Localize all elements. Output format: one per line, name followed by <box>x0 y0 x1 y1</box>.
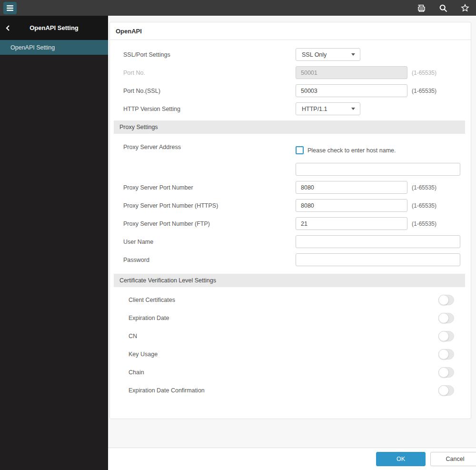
key-usage-toggle[interactable] <box>438 349 454 360</box>
toggle-knob <box>438 349 449 360</box>
port-no-ssl-range-hint: (1-65535) <box>412 88 436 94</box>
ok-button[interactable]: OK <box>376 452 426 466</box>
client-certificates-row: Client Certificates <box>110 291 471 309</box>
main-content: OpenAPI SSL/Port Settings SSL Only Port … <box>108 16 476 470</box>
expiration-date-label: Expiration Date <box>129 315 438 321</box>
chain-label: Chain <box>129 369 438 376</box>
user-name-label: User Name <box>123 239 296 245</box>
port-no-ssl-input[interactable] <box>296 84 407 97</box>
password-label: Password <box>123 257 296 263</box>
proxy-host-input[interactable] <box>296 163 460 176</box>
proxy-settings-section-header: Proxy Settings <box>114 120 465 134</box>
proxy-port-input[interactable] <box>296 181 407 194</box>
proxy-port-ftp-row: Proxy Server Port Number (FTP) (1-65535) <box>110 217 471 230</box>
expiration-date-confirmation-row: Expiration Date Confirmation <box>110 381 471 400</box>
port-no-input <box>296 66 407 79</box>
proxy-port-row: Proxy Server Port Number (1-65535) <box>110 181 471 194</box>
proxy-port-https-label: Proxy Server Port Number (HTTPS) <box>123 202 296 209</box>
select-value: HTTP/1.1 <box>302 106 327 112</box>
select-value: SSL Only <box>302 51 327 58</box>
proxy-port-label: Proxy Server Port Number <box>123 184 296 191</box>
toggle-knob <box>438 367 449 378</box>
ssl-port-settings-row: SSL/Port Settings SSL Only <box>110 48 471 61</box>
http-version-label: HTTP Version Setting <box>123 106 296 112</box>
chevron-down-icon <box>351 108 355 110</box>
sidebar-item-openapi-setting[interactable]: OpenAPI Setting <box>0 40 108 55</box>
http-version-row: HTTP Version Setting HTTP/1.1 <box>110 102 471 115</box>
hostname-checkbox[interactable] <box>296 146 304 154</box>
proxy-port-range-hint: (1-65535) <box>412 184 436 191</box>
proxy-port-https-range-hint: (1-65535) <box>412 202 436 209</box>
client-certificates-toggle[interactable] <box>438 295 454 305</box>
client-certificates-label: Client Certificates <box>129 297 438 303</box>
port-no-row: Port No. (1-65535) <box>110 66 471 79</box>
proxy-port-ftp-label: Proxy Server Port Number (FTP) <box>123 220 296 227</box>
certificate-verification-section-header: Certificate Verification Level Settings <box>114 274 465 287</box>
chevron-left-icon <box>6 25 10 31</box>
key-usage-label: Key Usage <box>129 351 438 358</box>
toggle-knob <box>438 331 449 341</box>
settings-form: SSL/Port Settings SSL Only Port No. (1-6… <box>110 40 471 400</box>
user-name-row: User Name <box>110 235 471 248</box>
toggle-knob <box>438 385 449 396</box>
topbar-actions <box>416 3 470 13</box>
cn-row: CN <box>110 327 471 345</box>
sidebar-header: OpenAPI Setting <box>0 16 108 40</box>
proxy-server-address-row: Proxy Server Address Please check to ent… <box>110 143 471 176</box>
menu-button[interactable] <box>3 2 17 14</box>
key-usage-row: Key Usage <box>110 345 471 363</box>
device-status-icon[interactable] <box>416 3 426 13</box>
settings-panel: OpenAPI SSL/Port Settings SSL Only Port … <box>109 22 471 419</box>
password-input[interactable] <box>296 253 460 266</box>
expiration-date-confirmation-toggle[interactable] <box>438 385 454 396</box>
port-no-ssl-label: Port No.(SSL) <box>123 88 296 94</box>
content-spacer <box>108 419 476 448</box>
hostname-checkbox-label: Please check to enter host name. <box>307 147 396 154</box>
expiration-date-row: Expiration Date <box>110 309 471 327</box>
toggle-knob <box>438 313 449 323</box>
password-row: Password <box>110 253 471 266</box>
chevron-down-icon <box>351 53 355 56</box>
http-version-select[interactable]: HTTP/1.1 <box>296 102 360 115</box>
cn-toggle[interactable] <box>438 331 454 341</box>
panel-title: OpenAPI <box>110 22 471 40</box>
cn-label: CN <box>129 333 438 340</box>
proxy-server-address-label: Proxy Server Address <box>123 143 296 176</box>
proxy-port-ftp-input[interactable] <box>296 217 407 230</box>
toggle-knob <box>438 295 449 305</box>
search-icon[interactable] <box>438 3 448 13</box>
sidebar-title: OpenAPI Setting <box>0 24 108 31</box>
user-name-input[interactable] <box>296 235 460 248</box>
footer-actions: OK Cancel <box>108 448 476 470</box>
topbar <box>0 0 476 16</box>
port-no-label: Port No. <box>123 70 296 76</box>
hamburger-icon <box>6 5 14 11</box>
sidebar-item-label: OpenAPI Setting <box>10 44 55 51</box>
proxy-port-https-input[interactable] <box>296 199 407 212</box>
port-no-range-hint: (1-65535) <box>412 70 436 76</box>
favorites-star-icon[interactable] <box>460 3 470 13</box>
hostname-checkbox-row: Please check to enter host name. <box>296 146 460 154</box>
expiration-date-toggle[interactable] <box>438 313 454 323</box>
expiration-date-confirmation-label: Expiration Date Confirmation <box>129 387 438 394</box>
ssl-port-settings-label: SSL/Port Settings <box>123 51 296 58</box>
proxy-port-https-row: Proxy Server Port Number (HTTPS) (1-6553… <box>110 199 471 212</box>
sidebar: OpenAPI Setting OpenAPI Setting <box>0 16 108 470</box>
ssl-port-settings-select[interactable]: SSL Only <box>296 48 360 61</box>
cancel-button[interactable]: Cancel <box>430 452 476 466</box>
chain-toggle[interactable] <box>438 367 454 378</box>
back-button[interactable] <box>6 16 10 40</box>
port-no-ssl-row: Port No.(SSL) (1-65535) <box>110 84 471 97</box>
proxy-port-ftp-range-hint: (1-65535) <box>412 220 436 227</box>
chain-row: Chain <box>110 363 471 381</box>
